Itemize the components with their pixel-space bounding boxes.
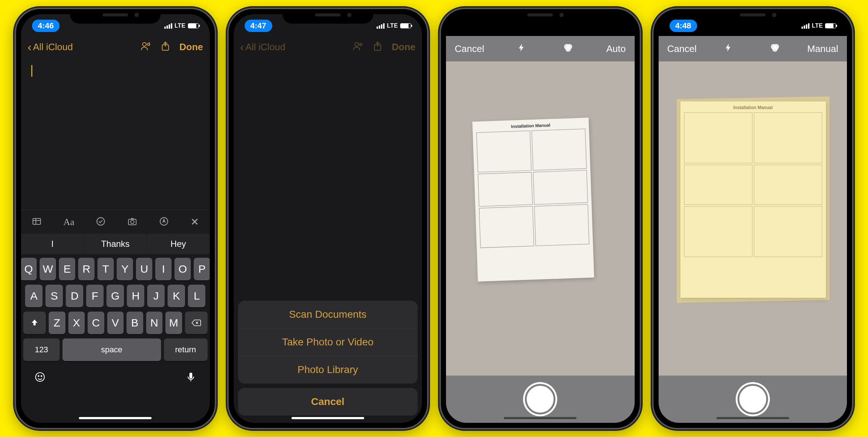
svg-point-8	[36, 373, 44, 381]
key-h[interactable]: H	[127, 285, 144, 307]
cancel-button[interactable]: Cancel	[667, 43, 697, 55]
key-x[interactable]: X	[68, 312, 85, 334]
key-space[interactable]: space	[63, 338, 161, 361]
svg-rect-3	[33, 218, 41, 224]
signal-icon	[377, 23, 385, 29]
phone-2: 4:47 LTE ‹ All iCloud Done	[227, 8, 429, 429]
battery-icon	[188, 23, 199, 28]
key-m[interactable]: M	[165, 312, 182, 334]
table-icon[interactable]	[32, 216, 42, 228]
time-pill[interactable]: 4:47	[245, 20, 272, 32]
key-w[interactable]: W	[40, 258, 56, 280]
home-indicator[interactable]	[716, 417, 789, 419]
key-i[interactable]: I	[155, 258, 172, 280]
phone-3: Cancel Auto Installation Manual	[439, 8, 641, 429]
keyboard-row-1: Q W E R T Y U I O P	[23, 258, 208, 280]
key-e[interactable]: E	[59, 258, 75, 280]
key-s[interactable]: S	[45, 285, 63, 307]
camera-icon[interactable]	[127, 216, 137, 228]
text-cursor	[31, 65, 32, 77]
cancel-button[interactable]: Cancel	[455, 43, 484, 55]
capture-mode-button[interactable]: Auto	[606, 43, 626, 55]
detection-overlay	[677, 96, 829, 302]
phone-1: 4:46 LTE ‹ All iCloud Done	[15, 8, 216, 429]
mic-icon[interactable]	[185, 371, 197, 384]
key-y[interactable]: Y	[117, 258, 133, 280]
key-l[interactable]: L	[188, 285, 205, 307]
back-button[interactable]: ‹ All iCloud	[28, 40, 73, 54]
key-o[interactable]: O	[174, 258, 191, 280]
key-delete[interactable]	[185, 312, 208, 334]
phone-4: 4:48 LTE Cancel Manual Installation Manu…	[652, 8, 854, 429]
key-g[interactable]: G	[107, 285, 124, 307]
emoji-icon[interactable]	[34, 371, 46, 384]
home-indicator[interactable]	[79, 417, 152, 419]
time-pill[interactable]: 4:46	[32, 20, 60, 32]
key-n[interactable]: N	[146, 312, 163, 334]
keyboard-row-4: 123 space return	[23, 338, 208, 361]
text-format-icon[interactable]: Aa	[63, 217, 74, 228]
svg-point-4	[97, 217, 105, 225]
shutter-button[interactable]	[738, 384, 768, 414]
scan-toolbar: Cancel Auto	[446, 36, 635, 61]
key-return[interactable]: return	[164, 338, 208, 361]
sheet-scan-documents[interactable]: Scan Documents	[238, 301, 418, 328]
markup-icon[interactable]	[159, 216, 169, 228]
key-p[interactable]: P	[194, 258, 209, 280]
close-toolbar-icon[interactable]: ✕	[190, 216, 199, 228]
suggestion-1[interactable]: I	[21, 234, 84, 254]
flash-icon[interactable]	[724, 42, 733, 56]
keyboard-bottom	[23, 365, 208, 386]
key-f[interactable]: F	[86, 285, 104, 307]
key-r[interactable]: R	[78, 258, 95, 280]
keyboard: Q W E R T Y U I O P A S D F G H J K L	[21, 254, 210, 423]
key-c[interactable]: C	[88, 312, 104, 334]
sheet-cancel[interactable]: Cancel	[238, 388, 418, 416]
svg-point-0	[142, 43, 146, 46]
keyboard-suggestions: I Thanks Hey	[21, 234, 210, 254]
camera-viewfinder: Installation Manual	[659, 61, 847, 376]
filter-icon[interactable]	[769, 42, 780, 56]
capture-mode-button[interactable]: Manual	[807, 43, 838, 55]
suggestion-2[interactable]: Thanks	[84, 234, 147, 254]
key-u[interactable]: U	[136, 258, 152, 280]
svg-point-20	[772, 46, 777, 52]
camera-viewfinder: Installation Manual	[446, 61, 635, 376]
done-button[interactable]: Done	[180, 41, 203, 53]
home-indicator[interactable]	[504, 417, 576, 419]
battery-icon	[400, 23, 411, 28]
scanned-document: Installation Manual	[472, 118, 594, 282]
flash-icon[interactable]	[517, 42, 526, 56]
shutter-button[interactable]	[525, 384, 555, 414]
key-a[interactable]: A	[25, 285, 43, 307]
checklist-icon[interactable]	[96, 216, 106, 228]
key-z[interactable]: Z	[49, 312, 65, 334]
key-numbers[interactable]: 123	[23, 338, 60, 361]
svg-point-1	[147, 43, 149, 45]
key-d[interactable]: D	[66, 285, 83, 307]
filter-icon[interactable]	[563, 42, 574, 56]
key-shift[interactable]	[23, 312, 46, 334]
key-t[interactable]: T	[97, 258, 114, 280]
sheet-take-photo[interactable]: Take Photo or Video	[238, 328, 418, 356]
svg-point-6	[131, 220, 134, 223]
svg-point-9	[38, 376, 39, 377]
svg-point-17	[565, 46, 571, 52]
keyboard-row-2: A S D F G H J K L	[23, 285, 208, 307]
battery-icon	[825, 23, 836, 28]
collaborate-icon[interactable]	[140, 41, 151, 53]
key-j[interactable]: J	[147, 285, 165, 307]
key-v[interactable]: V	[107, 312, 124, 334]
share-icon[interactable]	[160, 41, 171, 53]
time-pill[interactable]: 4:48	[670, 20, 697, 32]
home-indicator[interactable]	[292, 417, 364, 419]
notes-toolbar: Aa ✕	[21, 210, 210, 234]
key-k[interactable]: K	[168, 285, 185, 307]
key-q[interactable]: Q	[21, 258, 37, 280]
notes-nav: ‹ All iCloud Done	[21, 36, 210, 58]
suggestion-3[interactable]: Hey	[147, 234, 209, 254]
action-sheet: Scan Documents Take Photo or Video Photo…	[238, 301, 418, 416]
signal-icon	[801, 23, 809, 29]
key-b[interactable]: B	[126, 312, 143, 334]
sheet-photo-library[interactable]: Photo Library	[238, 356, 418, 384]
